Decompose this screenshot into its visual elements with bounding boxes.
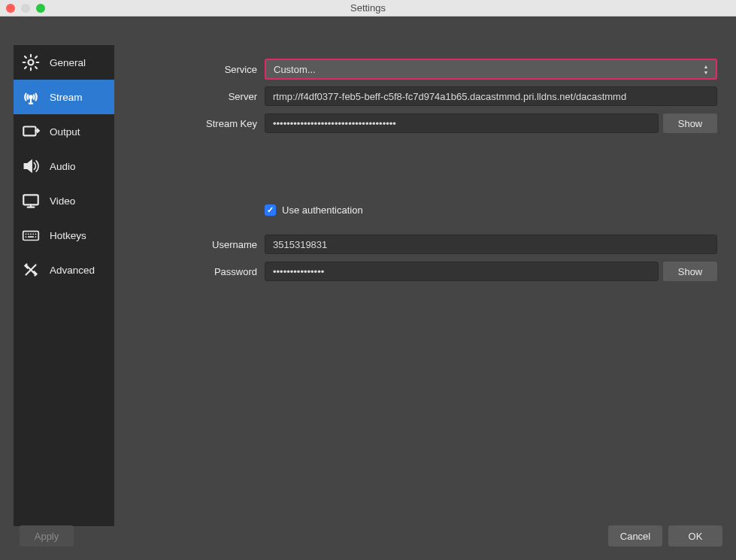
server-input[interactable] (265, 86, 717, 106)
server-label: Server (129, 91, 265, 102)
antenna-icon (20, 87, 42, 107)
monitor-icon (20, 191, 42, 210)
sidebar-item-label: Audio (50, 161, 76, 172)
username-row: Username (129, 234, 717, 255)
settings-sidebar: General Stream Output (14, 45, 114, 526)
server-row: Server (129, 86, 717, 107)
sidebar-item-label: General (50, 57, 86, 68)
sidebar-item-general[interactable]: General (14, 45, 114, 80)
sidebar-item-output[interactable]: Output (14, 114, 114, 149)
cancel-button[interactable]: Cancel (608, 525, 662, 546)
password-label: Password (129, 266, 265, 277)
username-input[interactable] (265, 235, 717, 254)
speaker-icon (20, 156, 42, 176)
stream-key-input[interactable] (265, 114, 659, 133)
apply-button[interactable]: Apply (20, 525, 74, 546)
updown-arrows-icon: ▲▼ (701, 62, 711, 76)
stream-key-row: Stream Key Show (129, 113, 717, 134)
stream-settings-form: Service Custom... ▲▼ Server Stream Key S… (129, 59, 717, 288)
username-label: Username (129, 239, 265, 250)
sidebar-item-label: Output (50, 126, 80, 138)
stream-key-label: Stream Key (129, 118, 265, 129)
sidebar-item-label: Stream (50, 92, 83, 103)
sidebar-item-label: Advanced (50, 265, 95, 276)
window-title: Settings (0, 2, 736, 14)
service-label: Service (129, 64, 265, 75)
password-input[interactable] (265, 262, 659, 281)
password-row: Password Show (129, 261, 717, 282)
tools-icon (20, 260, 42, 280)
service-row: Service Custom... ▲▼ (129, 59, 717, 80)
svg-rect-3 (23, 195, 38, 204)
show-password-button[interactable]: Show (663, 262, 717, 281)
titlebar: Settings (0, 0, 736, 17)
footer-buttons: Apply Cancel OK (14, 525, 722, 546)
use-authentication-label: Use authentication (282, 204, 363, 216)
use-authentication-checkbox[interactable]: ✓ (265, 204, 276, 216)
sidebar-item-stream[interactable]: Stream (14, 80, 114, 114)
svg-rect-2 (23, 127, 35, 136)
window-body: General Stream Output (0, 17, 736, 560)
sidebar-item-advanced[interactable]: Advanced (14, 253, 114, 287)
service-select-value: Custom... (274, 64, 316, 75)
use-authentication-row: ✓ Use authentication (265, 204, 717, 216)
show-stream-key-button[interactable]: Show (663, 114, 717, 133)
gear-icon (20, 53, 42, 72)
svg-point-0 (29, 60, 34, 65)
sidebar-item-label: Video (50, 195, 75, 207)
sidebar-item-audio[interactable]: Audio (14, 149, 114, 183)
sidebar-item-label: Hotkeys (50, 230, 86, 241)
svg-rect-4 (23, 232, 39, 241)
output-icon (20, 122, 42, 141)
sidebar-item-video[interactable]: Video (14, 183, 114, 218)
sidebar-item-hotkeys[interactable]: Hotkeys (14, 218, 114, 253)
ok-button[interactable]: OK (668, 525, 722, 546)
service-select[interactable]: Custom... ▲▼ (265, 59, 717, 80)
keyboard-icon (20, 226, 42, 245)
